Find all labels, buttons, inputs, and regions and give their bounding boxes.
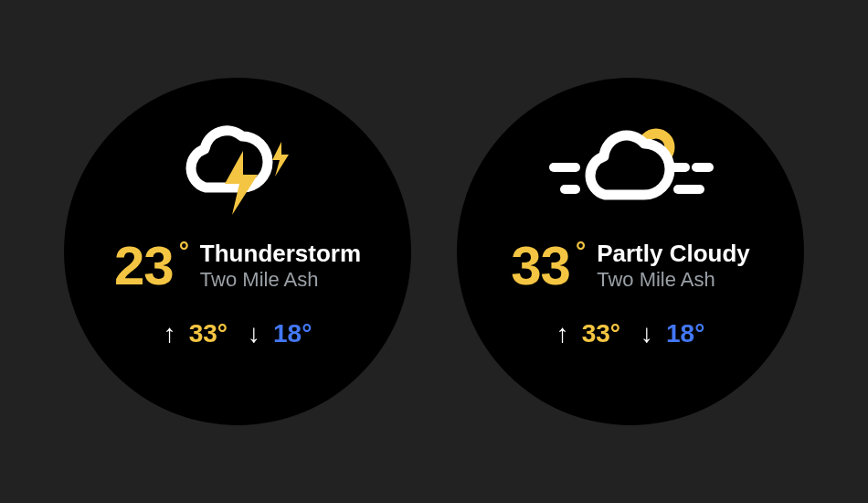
thunderstorm-icon (155, 122, 320, 222)
low-temperature: 18° (273, 319, 312, 348)
high-temperature: 33° (582, 319, 620, 348)
low-temperature: 18° (666, 319, 704, 348)
weather-condition: Thunderstorm (200, 241, 361, 268)
temperature-row: 33 ° Partly Cloudy Two Mile Ash (511, 239, 750, 294)
low-group: ↓ 18° (640, 319, 704, 348)
arrow-up-icon: ↑ (556, 321, 569, 347)
weather-icon-area (155, 122, 320, 222)
arrow-up-icon: ↑ (164, 321, 176, 347)
high-low-row: ↑ 33° ↓ 18° (164, 319, 312, 348)
partly-cloudy-icon (539, 122, 722, 222)
degree-symbol: ° (576, 237, 586, 266)
location-label: Two Mile Ash (200, 268, 361, 292)
condition-block: Thunderstorm Two Mile Ash (196, 239, 361, 292)
arrow-down-icon: ↓ (248, 321, 260, 347)
location-label: Two Mile Ash (597, 268, 750, 292)
weather-icon-area (539, 122, 722, 222)
high-group: ↑ 33° (556, 319, 620, 348)
arrow-down-icon: ↓ (640, 321, 653, 347)
watch-face-thunderstorm[interactable]: 23 ° Thunderstorm Two Mile Ash ↑ 33° ↓ 1… (64, 78, 411, 425)
watch-face-partly-cloudy[interactable]: 33 ° Partly Cloudy Two Mile Ash ↑ 33° ↓ … (457, 78, 804, 425)
current-temperature: 33 (511, 239, 570, 294)
weather-condition: Partly Cloudy (597, 241, 750, 268)
current-temperature: 23 (114, 239, 174, 294)
high-temperature: 33° (189, 319, 228, 348)
low-group: ↓ 18° (248, 319, 312, 348)
high-group: ↑ 33° (164, 319, 228, 348)
temperature-row: 23 ° Thunderstorm Two Mile Ash (114, 239, 361, 294)
condition-block: Partly Cloudy Two Mile Ash (593, 239, 750, 292)
degree-symbol: ° (179, 237, 189, 266)
high-low-row: ↑ 33° ↓ 18° (556, 319, 705, 348)
